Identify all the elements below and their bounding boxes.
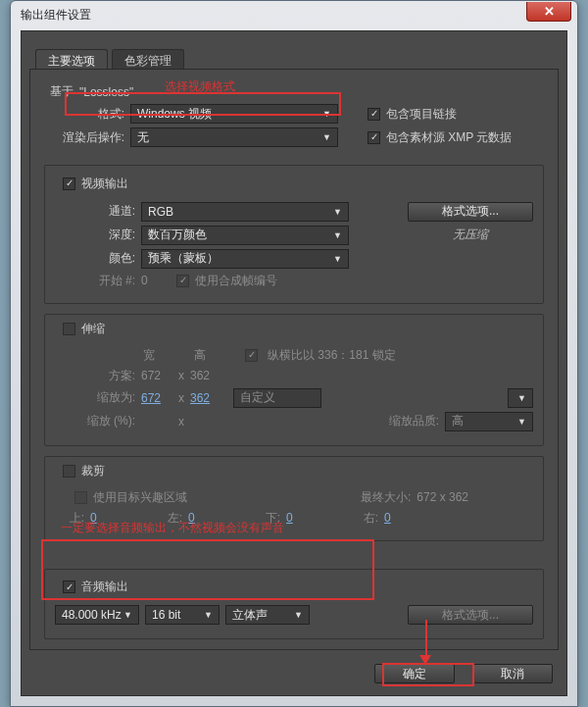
based-on-prefix: 基于 <box>50 83 74 100</box>
audio-group: ✓ 音频输出 48.000 kHz▼ 16 bit▼ 立体声▼ 格式选项 <box>44 569 544 640</box>
crop-left-val[interactable]: 0 <box>188 511 195 525</box>
client-area: 主要选项 色彩管理 基于 "Lossless" 格式: Windows 视频 ▼… <box>21 30 567 696</box>
stretch-to-label: 缩放为: <box>55 389 135 406</box>
depth-select[interactable]: 数百万颜色▼ <box>141 226 349 245</box>
crop-bottom-val[interactable]: 0 <box>286 511 293 525</box>
crop-checkbox[interactable] <box>63 465 75 478</box>
stretch-to-w[interactable]: 672 <box>141 391 172 405</box>
ok-button[interactable]: 确定 <box>374 664 455 683</box>
channel-label: 通道: <box>55 203 135 220</box>
compress-status: 无压缩 <box>408 227 533 243</box>
chevron-down-icon: ▼ <box>517 393 526 403</box>
depth-label: 深度: <box>55 227 135 243</box>
use-comp-frame-label: 使用合成帧编号 <box>195 273 277 289</box>
stretch-checkbox[interactable] <box>63 323 75 335</box>
crop-group: 裁剪 使用目标兴趣区域 最终大小: 672 x 362 上: 0 左: 0 <box>44 456 544 541</box>
scheme-w: 672 <box>141 369 172 382</box>
crop-right-val[interactable]: 0 <box>384 511 391 525</box>
chevron-down-icon: ▼ <box>333 254 342 264</box>
crop-left-label: 左: <box>168 510 182 527</box>
video-output-checkbox[interactable]: ✓ <box>63 177 75 190</box>
use-comp-frame-checkbox: ✓ <box>176 275 189 287</box>
close-button[interactable]: ✕ <box>526 2 571 22</box>
stretch-group: 伸缩 宽 高 ✓ 纵横比以 336：181 锁定 方案: 672 x 362 缩… <box>44 314 544 446</box>
cancel-button[interactable]: 取消 <box>472 664 553 683</box>
chevron-down-icon: ▼ <box>333 230 342 240</box>
stretch-legend: 伸缩 <box>81 321 105 337</box>
crop-legend: 裁剪 <box>81 463 105 480</box>
chevron-down-icon: ▼ <box>204 610 213 620</box>
stretch-extra-select[interactable]: ▼ <box>508 388 533 408</box>
stretch-quality-label: 缩放品质: <box>389 413 439 429</box>
chevron-down-icon: ▼ <box>123 610 132 620</box>
video-output-legend: 视频输出 <box>81 176 128 192</box>
stretch-h-header: 高 <box>194 347 206 364</box>
audio-format-options-button[interactable]: 格式选项... <box>408 605 533 625</box>
window-title: 输出组件设置 <box>21 7 91 24</box>
crop-top-label: 上: <box>55 510 84 527</box>
video-group: ✓ 视频输出 通道: RGB▼ 格式选项... 深度: 数百万颜 <box>44 165 544 304</box>
crop-roi-label: 使用目标兴趣区域 <box>93 489 187 506</box>
stretch-to-h[interactable]: 362 <box>190 391 221 405</box>
based-on-name: "Lossless" <box>79 85 133 99</box>
include-link-label: 包含项目链接 <box>386 106 457 123</box>
starthash-label: 开始 #: <box>55 273 135 289</box>
close-icon: ✕ <box>544 4 555 19</box>
stretch-quality-select[interactable]: 高▼ <box>445 412 533 431</box>
stretch-w-header: 宽 <box>143 347 155 364</box>
chevron-down-icon: ▼ <box>322 109 331 119</box>
audio-output-checkbox[interactable]: ✓ <box>63 581 75 593</box>
crop-final-label: 最终大小: <box>361 489 411 506</box>
titlebar: 输出组件设置 ✕ <box>11 1 577 28</box>
crop-right-label: 右: <box>364 510 378 527</box>
include-xmp-checkbox[interactable]: ✓ <box>368 131 380 144</box>
postrender-select[interactable]: 无 ▼ <box>130 127 338 147</box>
x-sep-2: x <box>178 391 184 405</box>
chevron-down-icon: ▼ <box>517 417 526 427</box>
stretch-pct-label: 缩放 (%): <box>55 413 135 429</box>
channel-select[interactable]: RGB▼ <box>141 202 349 222</box>
aspect-lock-label: 纵横比以 336：181 锁定 <box>268 347 396 364</box>
crop-final-value: 672 x 362 <box>416 490 468 504</box>
color-select[interactable]: 预乘（蒙板）▼ <box>141 249 349 269</box>
postrender-label: 渲染后操作: <box>44 129 124 146</box>
tab-panel-main: 基于 "Lossless" 格式: Windows 视频 ▼ ✓ 包含项目链接 … <box>29 69 559 650</box>
x-sep-1: x <box>178 369 184 382</box>
scheme-h: 362 <box>190 369 221 382</box>
audio-bits-select[interactable]: 16 bit▼ <box>145 605 220 625</box>
format-value: Windows 视频 <box>137 106 212 123</box>
color-label: 颜色: <box>55 250 135 267</box>
x-sep-3: x <box>178 415 184 429</box>
stretch-preset-select[interactable]: 自定义 <box>233 388 321 408</box>
crop-bottom-label: 下: <box>266 510 280 527</box>
aspect-lock-checkbox: ✓ <box>245 349 258 362</box>
include-link-checkbox[interactable]: ✓ <box>368 108 380 121</box>
chevron-down-icon: ▼ <box>333 207 342 217</box>
format-select[interactable]: Windows 视频 ▼ <box>130 104 338 124</box>
scheme-label: 方案: <box>55 368 135 384</box>
format-options-button[interactable]: 格式选项... <box>408 202 533 222</box>
chevron-down-icon: ▼ <box>294 610 303 620</box>
dialog-window: 输出组件设置 ✕ 主要选项 色彩管理 基于 "Lossless" 格式: Win… <box>10 0 578 707</box>
dialog-footer: 确定 取消 <box>374 664 553 683</box>
audio-output-legend: 音频输出 <box>81 579 128 595</box>
audio-channels-select[interactable]: 立体声▼ <box>225 605 310 625</box>
chevron-down-icon: ▼ <box>322 132 331 142</box>
format-label: 格式: <box>44 106 124 123</box>
audio-rate-select[interactable]: 48.000 kHz▼ <box>55 605 139 625</box>
crop-top-val[interactable]: 0 <box>90 511 97 525</box>
postrender-value: 无 <box>137 129 149 146</box>
starthash-value: 0 <box>141 274 171 287</box>
crop-roi-checkbox <box>74 491 87 504</box>
include-xmp-label: 包含素材源 XMP 元数据 <box>386 129 512 146</box>
